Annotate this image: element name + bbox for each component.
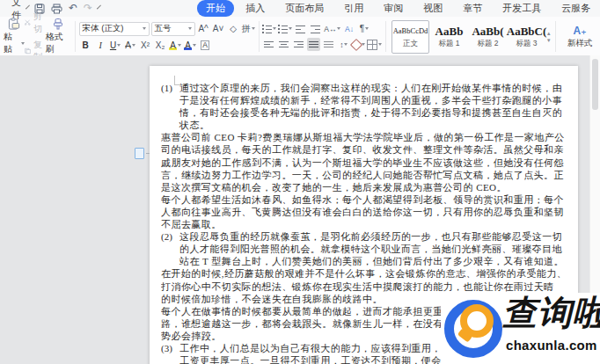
gallery-scroll[interactable]: ▲ ▼ xyxy=(545,18,552,55)
paste-button[interactable]: 粘贴 xyxy=(4,18,25,55)
doc-line-text: 司的电话接线员，每天的工作就是打字、复印、收发文件、整理文件等杂活。虽然父母和亲 xyxy=(161,144,564,155)
pinyin-guide-button[interactable]: 拼 xyxy=(242,22,255,35)
underline-button[interactable]: U xyxy=(109,39,122,52)
tab-引用[interactable]: 引用 xyxy=(335,0,372,17)
doc-line: 是这次撰写文稿的机会，改变了她的一生，她后来发展成为惠普公司的 CEO。 xyxy=(161,181,568,193)
borders-caret-icon xyxy=(378,43,382,46)
tab-插入[interactable]: 插入 xyxy=(237,0,274,17)
tab-开发工具[interactable]: 开发工具 xyxy=(494,0,550,17)
scissors-icon xyxy=(25,18,31,26)
font-color-button[interactable]: A xyxy=(184,39,197,52)
doc-line-text: 不屈去赢取。 xyxy=(161,219,222,229)
strikethrough-icon: A xyxy=(125,40,131,50)
bold-button[interactable]: B xyxy=(79,39,92,52)
superscript-button[interactable]: X² xyxy=(139,39,152,52)
quick-access-caret-icon[interactable] xyxy=(97,5,101,10)
doc-line: 的人才能得到阳光普照的机会。就拿模特这个职业而言，当她们光鲜亮丽、璀璨夺目地 xyxy=(161,243,568,255)
tab-开始[interactable]: 开始 xyxy=(197,0,234,17)
underline-icon: U xyxy=(110,40,116,50)
font-name-select[interactable]: 宋体 (正文) xyxy=(79,22,150,36)
undo-button[interactable]: ↶ xyxy=(69,3,77,14)
clear-format-button[interactable]: ◇ xyxy=(227,22,240,35)
sort-icon: A↓ xyxy=(345,25,354,33)
style-preview: AaBbC( xyxy=(507,25,547,38)
doc-line: (2)这段忍辱负重的经历就像蚕茧，是羽化前必须经历的一步，也只有那些能够忍受这一… xyxy=(161,230,568,243)
new-style-button[interactable]: A₊ 新样式 xyxy=(560,18,600,55)
grow-font-button[interactable]: A^ xyxy=(197,22,210,35)
clipboard-icon xyxy=(7,18,21,30)
char-scale-button[interactable]: A↔ xyxy=(324,22,340,35)
underline-caret-icon xyxy=(117,44,121,47)
style-preview: AaBb( xyxy=(472,25,503,38)
styles-gallery: AaBbCcDd正文AaBb标题 1AaBb(标题 2AaBbC(标题 3 xyxy=(391,18,545,55)
doc-line: 在开始的时候,经历蘑菇般的艰难并不是什么坏事，这会锻炼你的意志、增强你的承受能力… xyxy=(161,267,568,280)
doc-line-text: 情，有时还会接受各种无端的批评和指责，处于得不到必要指导和提携甚至自生自灭的 xyxy=(179,107,562,118)
borders-button[interactable] xyxy=(367,38,382,51)
align-right-button[interactable] xyxy=(292,38,305,51)
watermark-domain: chaxunla.com xyxy=(506,338,597,353)
bullet-list-button[interactable] xyxy=(262,22,276,35)
distribute-button[interactable] xyxy=(322,38,335,51)
subscript-button[interactable]: X₂ xyxy=(154,39,167,52)
sort-button[interactable]: A↓ xyxy=(342,22,355,35)
cut-button[interactable]: 剪切 xyxy=(25,11,46,35)
list-number: (3) xyxy=(161,342,172,354)
document-area: (1)通过这个原理的来历，我们会洞察出这样的现实：人们在刚开始做某件事情的时候，… xyxy=(0,55,600,364)
shrink-font-button[interactable]: A˅ xyxy=(212,22,225,35)
style-标题 3[interactable]: AaBbC(标题 3 xyxy=(508,20,545,54)
numbered-list-button[interactable] xyxy=(278,22,292,35)
doc-line-text: 势必会摔跤。 xyxy=(161,331,222,341)
tab-审阅[interactable]: 审阅 xyxy=(375,0,412,17)
scrollbar-thumb[interactable] xyxy=(592,59,598,110)
ribbon-separator xyxy=(385,21,386,52)
style-preview: AaBbCcDd xyxy=(393,25,428,38)
gallery-up-icon[interactable]: ▲ xyxy=(546,31,552,36)
tab-页面布局[interactable]: 页面布局 xyxy=(276,0,333,17)
doc-line-text: 的人才能得到阳光普照的机会。就拿模特这个职业而言，当她们光鲜亮丽、璀璨夺目地 xyxy=(179,244,562,254)
style-标题 2[interactable]: AaBb(标题 2 xyxy=(469,20,507,54)
highlight-button[interactable]: A xyxy=(169,39,182,52)
decrease-indent-button[interactable] xyxy=(294,22,307,35)
align-left-button[interactable] xyxy=(262,38,275,51)
doc-line: 每个人都希望生活如沐春风、如鱼得水；每个人都渴望得到老板、领导的赏识和重用；每个 xyxy=(161,193,568,206)
tab-章节[interactable]: 章节 xyxy=(454,0,491,17)
pinyin-icon: 拼 xyxy=(242,23,251,35)
doc-line-text: 是这次撰写文稿的机会，改变了她的一生，她后来发展成为惠普公司的 CEO。 xyxy=(161,182,507,193)
style-label: 正文 xyxy=(403,39,418,49)
style-标题 1[interactable]: AaBb标题 1 xyxy=(430,20,468,54)
copy-icon xyxy=(25,47,31,55)
doc-line-text: 这段忍辱负重的经历就像蚕茧，是羽化前必须经历的一步，也只有那些能够忍受这一切 xyxy=(179,231,562,242)
doc-line-text: 戚朋友对她的工作感到不满，认为一个斯坦福大学的毕业生不应该做这些，但她没有任何怨 xyxy=(161,157,564,168)
file-menu-caret-icon[interactable] xyxy=(26,5,30,10)
gallery-down-icon[interactable]: ▼ xyxy=(546,38,552,43)
tab-云服务[interactable]: 云服务 xyxy=(552,0,599,17)
style-正文[interactable]: AaBbCcDd正文 xyxy=(391,20,429,54)
doc-line-text: 通过这个原理的来历，我们会洞察出这样的现实：人们在刚开始做某件事情的时候，由 xyxy=(179,83,562,93)
doc-line-text: 惠普公司前 CEO 卡莉?费奥瑞娜从斯坦福大学法学院毕业后，做的第一份工作是一家… xyxy=(161,132,565,142)
italic-button[interactable]: I xyxy=(94,39,107,52)
redo-button[interactable]: ↷ xyxy=(84,3,92,14)
line-spacing-button[interactable]: ↕ xyxy=(337,38,350,51)
ribbon-separator xyxy=(259,21,260,52)
ribbon-separator xyxy=(555,21,556,52)
justify-button[interactable] xyxy=(307,38,320,51)
font-size-select[interactable]: 五号 xyxy=(151,22,195,36)
format-painter-button[interactable]: 格式刷 xyxy=(46,18,71,55)
bold-icon: B xyxy=(82,40,88,50)
increase-indent-button[interactable] xyxy=(309,22,322,35)
justify-icon xyxy=(309,40,318,49)
show-marks-button[interactable]: ¶ xyxy=(357,22,370,35)
title-bar: 文件 ↶ ↷ 开始插入页面布局引用审阅视图章节开发工具云服务 xyxy=(0,0,600,17)
doc-line: 不屈去赢取。 xyxy=(161,218,568,230)
strikethrough-button[interactable]: A xyxy=(124,39,137,52)
doc-line-text: 站在 T 型舞台上时，人们赞美她们的美丽，但她们背后付出了多少艰辛，又有谁知道。 xyxy=(179,256,564,266)
decrease-indent-icon xyxy=(296,25,305,33)
shading-button[interactable] xyxy=(352,38,365,51)
align-center-button[interactable] xyxy=(277,38,290,51)
comment-marker-icon[interactable] xyxy=(135,148,144,159)
char-border-button[interactable]: A xyxy=(199,39,212,52)
tab-视图[interactable]: 视图 xyxy=(414,0,451,17)
numbered-list-caret-icon xyxy=(289,27,292,30)
print-button[interactable] xyxy=(51,3,62,14)
list-number: (1) xyxy=(161,82,172,94)
